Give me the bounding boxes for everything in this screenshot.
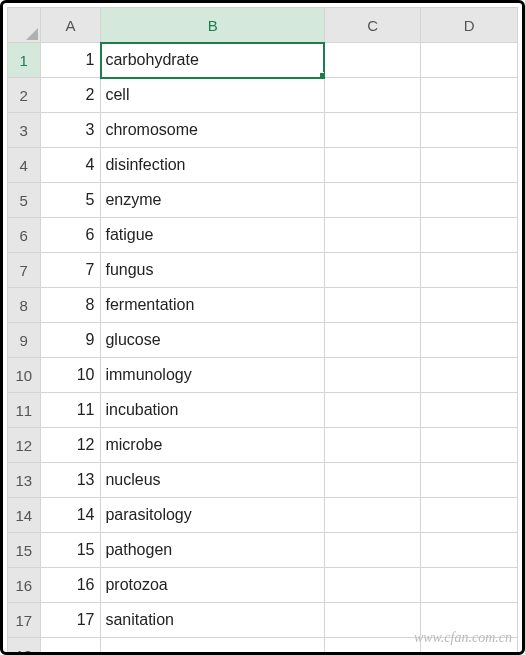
row-header[interactable]: 10 bbox=[8, 358, 41, 393]
cell-D7[interactable] bbox=[421, 253, 518, 288]
row-header[interactable]: 12 bbox=[8, 428, 41, 463]
row-header[interactable]: 13 bbox=[8, 463, 41, 498]
cell-C8[interactable] bbox=[324, 288, 421, 323]
cell-D15[interactable] bbox=[421, 533, 518, 568]
cell-B18[interactable] bbox=[101, 638, 325, 656]
row-header[interactable]: 15 bbox=[8, 533, 41, 568]
table-row: 66fatigue bbox=[8, 218, 518, 253]
cell-A15[interactable]: 15 bbox=[40, 533, 101, 568]
row-header[interactable]: 8 bbox=[8, 288, 41, 323]
cell-C7[interactable] bbox=[324, 253, 421, 288]
cell-C13[interactable] bbox=[324, 463, 421, 498]
table-row: 77fungus bbox=[8, 253, 518, 288]
cell-A16[interactable]: 16 bbox=[40, 568, 101, 603]
cell-A3[interactable]: 3 bbox=[40, 113, 101, 148]
cell-A14[interactable]: 14 bbox=[40, 498, 101, 533]
row-header[interactable]: 17 bbox=[8, 603, 41, 638]
cell-C4[interactable] bbox=[324, 148, 421, 183]
cell-A11[interactable]: 11 bbox=[40, 393, 101, 428]
cell-D18[interactable] bbox=[421, 638, 518, 656]
cell-B16[interactable]: protozoa bbox=[101, 568, 325, 603]
row-header[interactable]: 6 bbox=[8, 218, 41, 253]
cell-B9[interactable]: glucose bbox=[101, 323, 325, 358]
row-header[interactable]: 7 bbox=[8, 253, 41, 288]
cell-C1[interactable] bbox=[324, 43, 421, 78]
cell-A9[interactable]: 9 bbox=[40, 323, 101, 358]
cell-A8[interactable]: 8 bbox=[40, 288, 101, 323]
cell-A18[interactable] bbox=[40, 638, 101, 656]
row-header[interactable]: 11 bbox=[8, 393, 41, 428]
cell-D16[interactable] bbox=[421, 568, 518, 603]
column-header-D[interactable]: D bbox=[421, 8, 518, 43]
cell-A12[interactable]: 12 bbox=[40, 428, 101, 463]
row-header[interactable]: 9 bbox=[8, 323, 41, 358]
row-header[interactable]: 18 bbox=[8, 638, 41, 656]
select-all-icon bbox=[26, 28, 38, 40]
cell-B10[interactable]: immunology bbox=[101, 358, 325, 393]
cell-B7[interactable]: fungus bbox=[101, 253, 325, 288]
row-header[interactable]: 3 bbox=[8, 113, 41, 148]
cell-C5[interactable] bbox=[324, 183, 421, 218]
cell-C9[interactable] bbox=[324, 323, 421, 358]
cell-D14[interactable] bbox=[421, 498, 518, 533]
cell-C18[interactable] bbox=[324, 638, 421, 656]
cell-D3[interactable] bbox=[421, 113, 518, 148]
cell-D4[interactable] bbox=[421, 148, 518, 183]
cell-C12[interactable] bbox=[324, 428, 421, 463]
cell-D10[interactable] bbox=[421, 358, 518, 393]
cell-D13[interactable] bbox=[421, 463, 518, 498]
row-header[interactable]: 14 bbox=[8, 498, 41, 533]
cell-B6[interactable]: fatigue bbox=[101, 218, 325, 253]
cell-A13[interactable]: 13 bbox=[40, 463, 101, 498]
cell-C11[interactable] bbox=[324, 393, 421, 428]
cell-B2[interactable]: cell bbox=[101, 78, 325, 113]
column-header-B[interactable]: B bbox=[101, 8, 325, 43]
cell-A2[interactable]: 2 bbox=[40, 78, 101, 113]
cell-C14[interactable] bbox=[324, 498, 421, 533]
cell-B15[interactable]: pathogen bbox=[101, 533, 325, 568]
cell-A6[interactable]: 6 bbox=[40, 218, 101, 253]
cell-B14[interactable]: parasitology bbox=[101, 498, 325, 533]
cell-B4[interactable]: disinfection bbox=[101, 148, 325, 183]
cell-B5[interactable]: enzyme bbox=[101, 183, 325, 218]
cell-A5[interactable]: 5 bbox=[40, 183, 101, 218]
cell-B1[interactable]: carbohydrate bbox=[101, 43, 325, 78]
cell-D8[interactable] bbox=[421, 288, 518, 323]
cell-A10[interactable]: 10 bbox=[40, 358, 101, 393]
cell-C3[interactable] bbox=[324, 113, 421, 148]
cell-A1[interactable]: 1 bbox=[40, 43, 101, 78]
cell-C10[interactable] bbox=[324, 358, 421, 393]
row-header[interactable]: 16 bbox=[8, 568, 41, 603]
cell-D11[interactable] bbox=[421, 393, 518, 428]
column-header-C[interactable]: C bbox=[324, 8, 421, 43]
cell-D17[interactable] bbox=[421, 603, 518, 638]
cell-A17[interactable]: 17 bbox=[40, 603, 101, 638]
column-header-A[interactable]: A bbox=[40, 8, 101, 43]
cell-D2[interactable] bbox=[421, 78, 518, 113]
cell-C15[interactable] bbox=[324, 533, 421, 568]
row-header[interactable]: 4 bbox=[8, 148, 41, 183]
cell-B13[interactable]: nucleus bbox=[101, 463, 325, 498]
cell-B17[interactable]: sanitation bbox=[101, 603, 325, 638]
cell-D6[interactable] bbox=[421, 218, 518, 253]
cell-C6[interactable] bbox=[324, 218, 421, 253]
row-header[interactable]: 2 bbox=[8, 78, 41, 113]
cell-D9[interactable] bbox=[421, 323, 518, 358]
cell-B3[interactable]: chromosome bbox=[101, 113, 325, 148]
cell-D12[interactable] bbox=[421, 428, 518, 463]
cell-A4[interactable]: 4 bbox=[40, 148, 101, 183]
table-row: 18 bbox=[8, 638, 518, 656]
cell-B12[interactable]: microbe bbox=[101, 428, 325, 463]
cell-A7[interactable]: 7 bbox=[40, 253, 101, 288]
cell-C16[interactable] bbox=[324, 568, 421, 603]
cell-D1[interactable] bbox=[421, 43, 518, 78]
select-all-corner[interactable] bbox=[8, 8, 41, 43]
cell-C17[interactable] bbox=[324, 603, 421, 638]
row-header[interactable]: 1 bbox=[8, 43, 41, 78]
spreadsheet-grid[interactable]: A B C D 11carbohydrate22cell33chromosome… bbox=[7, 7, 518, 655]
cell-D5[interactable] bbox=[421, 183, 518, 218]
row-header[interactable]: 5 bbox=[8, 183, 41, 218]
cell-C2[interactable] bbox=[324, 78, 421, 113]
cell-B8[interactable]: fermentation bbox=[101, 288, 325, 323]
cell-B11[interactable]: incubation bbox=[101, 393, 325, 428]
